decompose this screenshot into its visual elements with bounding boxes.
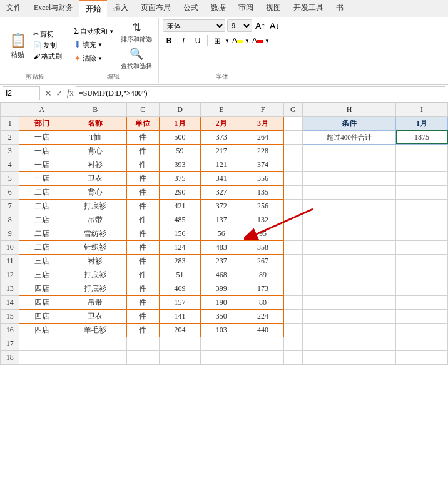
cell-G16[interactable] [283,323,302,337]
cell-A11[interactable]: 三店 [19,254,64,268]
font-shrink-button[interactable]: A↓ [268,19,281,32]
cell-F9[interactable]: 95 [242,227,283,240]
paste-button[interactable]: 📋 粘贴 [6,29,29,61]
cell-A7[interactable]: 二店 [19,199,64,213]
tab-formula[interactable]: 公式 [177,0,205,17]
cell-G13[interactable] [283,282,302,295]
cell-H16[interactable] [303,323,396,337]
cell-F12[interactable]: 89 [242,268,283,282]
cell-I18[interactable] [396,350,448,364]
cell-E7[interactable]: 372 [201,199,242,213]
col-f[interactable]: F [242,103,283,116]
font-color-dropdown[interactable]: ▼ [265,38,270,44]
cell-E17[interactable] [201,337,242,350]
cell-D12[interactable]: 51 [159,268,200,282]
cell-G10[interactable] [283,240,302,254]
cell-F10[interactable]: 358 [242,240,283,254]
cell-H10[interactable] [303,240,396,254]
cell-I15[interactable] [396,309,448,323]
cell-B15[interactable]: 卫衣 [64,309,126,323]
cell-B18[interactable] [64,350,126,364]
cell-D13[interactable]: 469 [159,282,200,295]
cell-E14[interactable]: 190 [201,295,242,309]
cell-E11[interactable]: 237 [201,254,242,268]
cut-button[interactable]: ✂ 剪切 [31,29,64,39]
col-h[interactable]: H [303,103,396,116]
cell-C4[interactable]: 件 [126,158,159,171]
cell-D5[interactable]: 375 [159,171,200,185]
col-b[interactable]: B [64,103,126,116]
tab-page-layout[interactable]: 页面布局 [135,0,177,17]
cell-E13[interactable]: 399 [201,282,242,295]
cell-G3[interactable] [283,144,302,158]
cell-D4[interactable]: 393 [159,158,200,171]
cell-E8[interactable]: 137 [201,213,242,227]
sort-filter-button[interactable]: ⇅ 排序和筛选 [118,19,155,44]
cell-B7[interactable]: 打底衫 [64,199,126,213]
cell-H9[interactable] [303,227,396,240]
cell-I10[interactable] [396,240,448,254]
tab-home[interactable]: 开始 [79,0,107,17]
col-a[interactable]: A [19,103,64,116]
cell-B2[interactable]: T恤 [64,130,126,144]
cell-C10[interactable]: 件 [126,240,159,254]
cell-H8[interactable] [303,213,396,227]
cell-b1[interactable]: 名称 [64,116,126,130]
cell-E18[interactable] [201,350,242,364]
find-select-button[interactable]: 🔍 查找和选择 [118,46,155,71]
cell-D15[interactable]: 141 [159,309,200,323]
cell-C8[interactable]: 件 [126,213,159,227]
cell-D3[interactable]: 59 [159,144,200,158]
cell-I3[interactable] [396,144,448,158]
cell-B9[interactable]: 雪纺衫 [64,227,126,240]
col-i[interactable]: I [396,103,448,116]
cell-F15[interactable]: 224 [242,309,283,323]
cell-F4[interactable]: 374 [242,158,283,171]
bold-button[interactable]: B [163,34,175,47]
cell-C6[interactable]: 件 [126,185,159,199]
cell-F11[interactable]: 267 [242,254,283,268]
cell-E6[interactable]: 327 [201,185,242,199]
cell-I9[interactable] [396,227,448,240]
cell-I2[interactable]: 1875 [396,130,448,144]
cell-C16[interactable]: 件 [126,323,159,337]
cell-E15[interactable]: 350 [201,309,242,323]
cell-B12[interactable]: 打底衫 [64,268,126,282]
fill-color-button[interactable]: A [232,34,244,47]
cell-E4[interactable]: 121 [201,158,242,171]
cell-A14[interactable]: 四店 [19,295,64,309]
cell-H17[interactable] [303,337,396,350]
cell-e1[interactable]: 2月 [201,116,242,130]
cell-f1[interactable]: 3月 [242,116,283,130]
cell-F2[interactable]: 264 [242,130,283,144]
cell-B8[interactable]: 吊带 [64,213,126,227]
cell-C12[interactable]: 件 [126,268,159,282]
cell-F16[interactable]: 440 [242,323,283,337]
cell-D10[interactable]: 124 [159,240,200,254]
cell-E5[interactable]: 341 [201,171,242,185]
col-g[interactable]: G [283,103,302,116]
cell-I17[interactable] [396,337,448,350]
cell-G8[interactable] [283,213,302,227]
cell-D17[interactable] [159,337,200,350]
cell-C13[interactable]: 件 [126,282,159,295]
tab-book[interactable]: 书 [330,0,350,17]
cell-H18[interactable] [303,350,396,364]
cell-F18[interactable] [242,350,283,364]
cell-d1[interactable]: 1月 [159,116,200,130]
fill-dropdown-icon[interactable]: ▼ [98,42,103,48]
cell-G12[interactable] [283,268,302,282]
cell-D7[interactable]: 421 [159,199,200,213]
cell-C7[interactable]: 件 [126,199,159,213]
tab-developer[interactable]: 开发工具 [287,0,330,17]
cell-F6[interactable]: 135 [242,185,283,199]
tab-review[interactable]: 审阅 [232,0,260,17]
cell-D14[interactable]: 157 [159,295,200,309]
font-name-select[interactable]: 宋体 [163,19,225,32]
cell-A16[interactable]: 四店 [19,323,64,337]
formula-input[interactable] [76,86,445,100]
cell-H15[interactable] [303,309,396,323]
cell-B3[interactable]: 背心 [64,144,126,158]
cell-c1[interactable]: 单位 [126,116,159,130]
cell-C2[interactable]: 件 [126,130,159,144]
